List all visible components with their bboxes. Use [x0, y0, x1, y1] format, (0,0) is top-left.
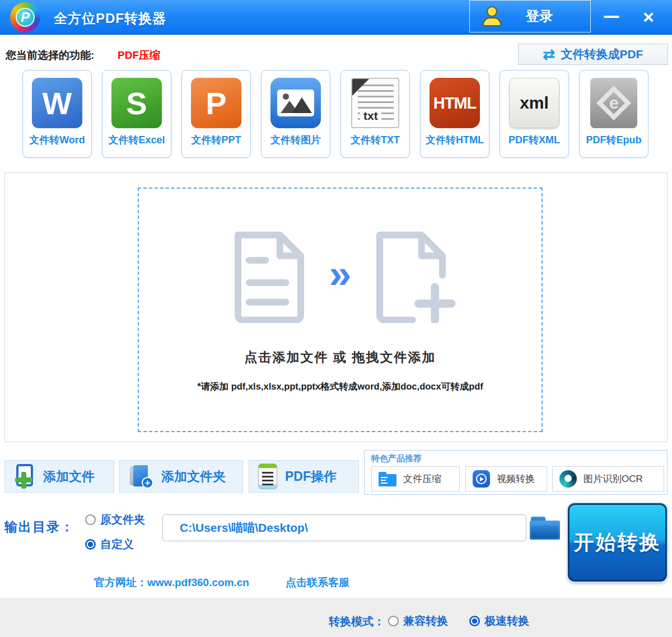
convert-to-pdf-label: 文件转换成PDF [561, 46, 643, 62]
function-bar: 您当前选择的功能: PDF压缩 ⇄ 文件转换成PDF [0, 35, 672, 70]
add-file-icon [14, 464, 35, 489]
output-path-input[interactable] [162, 514, 526, 541]
conversion-mode-label: 转换模式： [329, 614, 385, 629]
output-directory-label: 输出目录： [4, 518, 74, 536]
epub-icon: e [590, 78, 637, 128]
radio-compat-mode[interactable]: 兼容转换 [388, 613, 448, 629]
user-avatar-icon [482, 5, 502, 27]
file-compress-button[interactable]: 文件压缩 [371, 466, 460, 491]
titlebar: P 全方位PDF转换器 登录 × [0, 0, 672, 35]
video-convert-button[interactable]: 视频转换 [465, 466, 547, 491]
close-button[interactable]: × [632, 0, 665, 34]
app-title: 全方位PDF转换器 [54, 10, 166, 27]
current-function-label: 您当前选择的功能: [6, 48, 94, 63]
converter-pdf-to-epub[interactable]: e PDF转Epub [579, 70, 648, 158]
radio-source-folder-circle[interactable] [85, 514, 96, 525]
excel-icon: S [111, 78, 162, 128]
image-icon [270, 78, 321, 128]
login-label: 登录 [526, 7, 553, 25]
radio-compat-circle[interactable] [388, 616, 399, 626]
featured-title: 特色产品推荐 [371, 453, 422, 464]
video-convert-icon [473, 470, 490, 488]
image-ocr-icon [559, 470, 577, 488]
converter-pdf-to-xml[interactable]: xml PDF转XML [500, 70, 569, 158]
image-ocr-button[interactable]: 图片识别OCR [552, 466, 664, 491]
ppt-icon: P [191, 78, 241, 128]
main-panel: » 点击添加文件 或 拖拽文件添加 *请添加 pdf,xls,xlsx,ppt,… [4, 172, 668, 442]
converter-file-to-txt[interactable]: txt 文件转TXT [340, 70, 410, 158]
add-file-button[interactable]: 添加文件 [4, 460, 114, 493]
converter-file-to-excel[interactable]: S 文件转Excel [102, 70, 171, 158]
start-convert-button[interactable]: 开始转换 [568, 503, 667, 582]
swap-arrows-icon: ⇄ [543, 47, 556, 62]
html-icon: HTML [430, 78, 480, 128]
radio-fast-mode[interactable]: 极速转换 [469, 613, 529, 629]
radio-custom-folder[interactable]: 自定义 [85, 537, 134, 552]
pdf-operations-icon [258, 463, 277, 489]
xml-icon: xml [509, 78, 559, 128]
converter-file-to-ppt[interactable]: P 文件转PPT [181, 70, 251, 158]
dropzone-hint-text: *请添加 pdf,xls,xlsx,ppt,pptx格式转成word,添加doc… [197, 381, 483, 393]
add-folder-button[interactable]: + 添加文件夹 [119, 460, 243, 493]
pdf-operations-button[interactable]: PDF操作 [249, 460, 359, 493]
add-folder-icon: + [129, 464, 153, 489]
converter-file-to-html[interactable]: HTML 文件转HTML [420, 70, 489, 158]
featured-products-box: 特色产品推荐 文件压缩 视频转换 图片识别OCR [364, 450, 668, 495]
converter-row: W 文件转Word S 文件转Excel P 文件转PPT 文件转图片 txt … [22, 70, 648, 160]
txt-icon: txt [351, 78, 399, 128]
logo-p-letter: P [16, 8, 35, 27]
current-function-value: PDF压缩 [118, 48, 160, 63]
login-button[interactable]: 登录 [469, 0, 591, 32]
word-icon: W [32, 78, 82, 128]
file-drop-zone[interactable]: » 点击添加文件 或 拖拽文件添加 *请添加 pdf,xls,xlsx,ppt,… [138, 188, 543, 432]
browse-folder-button[interactable] [530, 517, 560, 541]
target-document-icon [366, 229, 456, 323]
converter-file-to-word[interactable]: W 文件转Word [22, 70, 92, 158]
minimize-icon [604, 16, 619, 18]
source-document-icon [225, 229, 314, 323]
converter-file-to-image[interactable]: 文件转图片 [261, 70, 330, 158]
chevron-right-icon: » [329, 254, 351, 294]
official-site-link[interactable]: 官方网址：www.pdf360.com.cn [94, 575, 249, 590]
app-logo-icon: P [10, 2, 40, 32]
file-compress-icon [379, 472, 396, 486]
radio-fast-circle[interactable] [469, 616, 480, 626]
minimize-button[interactable] [595, 0, 628, 34]
dropzone-main-text: 点击添加文件 或 拖拽文件添加 [245, 349, 436, 366]
document-illustration: » [225, 229, 455, 323]
radio-custom-folder-circle[interactable] [85, 539, 96, 550]
contact-support-link[interactable]: 点击联系客服 [286, 575, 349, 590]
conversion-mode-bar: 转换模式： 兼容转换 极速转换 [0, 598, 672, 637]
convert-to-pdf-button[interactable]: ⇄ 文件转换成PDF [518, 44, 668, 65]
radio-source-folder[interactable]: 原文件夹 [85, 512, 145, 527]
